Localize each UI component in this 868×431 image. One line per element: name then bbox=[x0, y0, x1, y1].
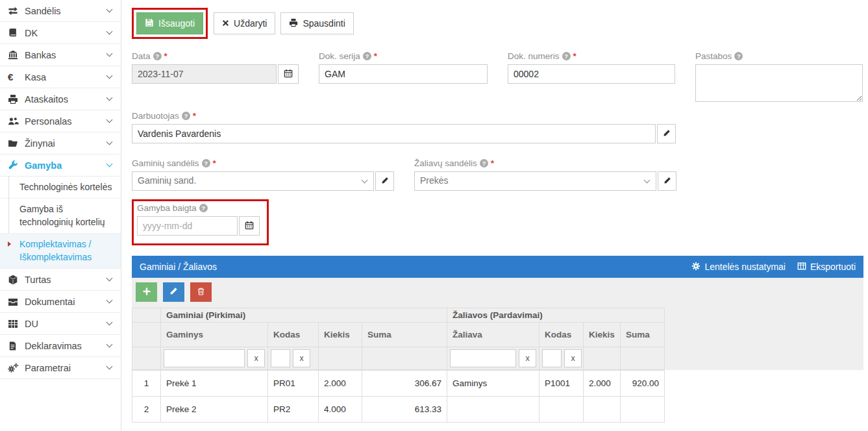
sidebar-subitem-komplektavimas[interactable]: Komplektavimas / Iškomplektavimas bbox=[0, 234, 121, 268]
clear-filter-button[interactable]: x bbox=[247, 349, 265, 367]
sidebar-item-gamyba[interactable]: Gamyba bbox=[0, 154, 121, 177]
pastabos-textarea[interactable] bbox=[695, 64, 863, 102]
sidebar-item-bankas[interactable]: Bankas bbox=[0, 44, 121, 66]
print-icon bbox=[8, 94, 25, 105]
print-button[interactable]: Spausdinti bbox=[280, 12, 353, 34]
calendar-icon bbox=[245, 221, 254, 232]
sidebar-item-label: Žinynai bbox=[25, 138, 55, 149]
field-pastabos-label: Pastabos ? bbox=[695, 51, 863, 61]
sidebar-item-label: Kasa bbox=[25, 72, 46, 82]
euro-icon: € bbox=[8, 71, 25, 82]
clear-filter-button[interactable]: x bbox=[293, 349, 310, 367]
edit-row-button[interactable] bbox=[163, 282, 184, 302]
label-text: Gaminių sandėlis bbox=[132, 158, 199, 168]
sidebar-item-label: Sandėlis bbox=[25, 6, 61, 16]
cell-suma: 613.33 bbox=[362, 397, 447, 423]
help-icon: ? bbox=[734, 52, 743, 60]
panel-title: Gaminiai / Žaliavos bbox=[140, 262, 217, 272]
sidebar-item-ataskaitos[interactable]: Ataskaitos bbox=[0, 88, 121, 110]
chevron-down-icon bbox=[106, 297, 113, 304]
app-window: Sandėlis DK Bankas € Kasa Ata bbox=[0, 0, 868, 431]
sidebar-item-deklaravimas[interactable]: Deklaravimas bbox=[0, 335, 121, 357]
calendar-button[interactable] bbox=[278, 64, 299, 84]
table-settings-link[interactable]: Lentelės nustatymai bbox=[691, 262, 786, 273]
pencil-icon bbox=[663, 177, 671, 186]
darbuotojas-input[interactable] bbox=[132, 124, 656, 143]
required-mark: * bbox=[193, 111, 196, 121]
sidebar-item-turtas[interactable]: Turtas bbox=[0, 269, 121, 291]
sidebar-item-dokumentai[interactable]: Dokumentai bbox=[0, 291, 121, 313]
spacer-row bbox=[132, 423, 665, 431]
field-gaminiu-sandelis-label: Gaminių sandėlis ? * bbox=[132, 158, 394, 168]
field-zaliavu-sandelis-label: Žaliavų sandėlis ? * bbox=[414, 158, 676, 168]
folder-open-icon bbox=[8, 138, 25, 149]
gamyba-baigta-input[interactable] bbox=[137, 216, 238, 236]
chevron-down-icon bbox=[106, 275, 113, 282]
cell-kodas: PR2 bbox=[268, 397, 319, 423]
gaminiu-sandelis-select[interactable]: Gaminių sand. bbox=[132, 171, 374, 191]
required-mark: * bbox=[374, 51, 377, 61]
sidebar-item-label: Parametrai bbox=[25, 363, 71, 373]
grid-header-table: Gaminiai (Pirkimai) Žaliavos (Pardavimai… bbox=[132, 308, 665, 370]
sidebar-item-sandelis[interactable]: Sandėlis bbox=[0, 0, 121, 22]
cell-zaliava bbox=[447, 397, 539, 423]
sidebar: Sandėlis DK Bankas € Kasa Ata bbox=[0, 0, 121, 431]
row-number: 1 bbox=[132, 371, 161, 397]
cell-kodas: PR01 bbox=[268, 371, 319, 397]
sidebar-item-personalas[interactable]: Personalas bbox=[0, 110, 121, 132]
edit-darbuotojas-button[interactable] bbox=[657, 124, 676, 143]
edit-zaliavu-sandelis-button[interactable] bbox=[658, 171, 676, 191]
dok-serija-input[interactable] bbox=[319, 64, 488, 84]
edit-gaminiu-sandelis-button[interactable] bbox=[375, 171, 394, 191]
sidebar-item-parametrai[interactable]: Parametrai bbox=[0, 357, 121, 379]
sidebar-item-du[interactable]: DU bbox=[0, 313, 121, 335]
gears-icon bbox=[8, 363, 25, 373]
table-row[interactable]: 1 Prekė 1 PR01 2.000 306.67 Gaminys P100… bbox=[132, 371, 665, 397]
label-text: Dok. numeris bbox=[508, 51, 560, 61]
exchange-icon bbox=[8, 6, 25, 16]
help-icon: ? bbox=[199, 204, 208, 212]
dok-numeris-input[interactable] bbox=[508, 64, 675, 84]
sidebar-item-dk[interactable]: DK bbox=[0, 22, 121, 44]
form-row-4: Gamyba baigta ? bbox=[132, 199, 863, 245]
pencil-icon bbox=[169, 287, 178, 297]
col-zaliava: Žaliava bbox=[447, 323, 539, 347]
help-icon: ? bbox=[562, 52, 571, 60]
table-icon bbox=[8, 319, 25, 329]
add-row-button[interactable] bbox=[136, 282, 157, 302]
close-button[interactable]: Uždaryti bbox=[214, 12, 275, 34]
save-button[interactable]: Išsaugoti bbox=[136, 12, 203, 34]
clear-filter-button[interactable]: x bbox=[564, 349, 582, 367]
delete-row-button[interactable] bbox=[190, 282, 212, 302]
book-icon bbox=[8, 28, 25, 38]
sidebar-item-kasa[interactable]: € Kasa bbox=[0, 66, 121, 88]
chevron-down-icon bbox=[106, 319, 113, 326]
table-settings-label: Lentelės nustatymai bbox=[704, 262, 786, 272]
annotation-box-save: Išsaugoti bbox=[132, 8, 208, 39]
export-link[interactable]: Eksportuoti bbox=[797, 262, 856, 273]
help-icon: ? bbox=[182, 112, 190, 120]
sidebar-item-zinynai[interactable]: Žinynai bbox=[0, 132, 121, 154]
zaliavu-sandelis-select[interactable]: Prekės bbox=[414, 171, 656, 191]
label-text: Dok. serija bbox=[319, 51, 360, 61]
clear-filter-button[interactable]: x bbox=[519, 349, 536, 367]
filter-gaminys-input[interactable] bbox=[164, 349, 245, 367]
cell-kiekis: 4.000 bbox=[319, 397, 362, 423]
filter-kodas-2-input[interactable] bbox=[542, 349, 562, 367]
save-button-label: Išsaugoti bbox=[158, 18, 195, 29]
calendar-button[interactable] bbox=[239, 216, 260, 236]
filter-zaliava-input[interactable] bbox=[450, 349, 516, 367]
subitem-label: Komplektavimas / Iškomplektavimas bbox=[19, 239, 92, 262]
field-dok-numeris-label: Dok. numeris ? * bbox=[508, 51, 675, 61]
sidebar-subitem-technologines-korteles[interactable]: Technologinės kortelės bbox=[0, 177, 121, 199]
table-row[interactable]: 2 Preke 2 PR2 4.000 613.33 bbox=[132, 397, 665, 423]
trash-icon bbox=[197, 287, 205, 298]
help-icon: ? bbox=[202, 159, 210, 167]
help-icon: ? bbox=[480, 159, 488, 167]
filter-kodas-input[interactable] bbox=[271, 349, 290, 367]
sidebar-subitem-gamyba-is-technologiniu-korteliu[interactable]: Gamyba iš technologinių kortelių bbox=[0, 199, 121, 234]
label-text: Darbuotojas bbox=[132, 111, 179, 121]
subitem-label: Gamyba iš technologinių kortelių bbox=[19, 204, 105, 227]
plus-icon bbox=[142, 287, 151, 298]
data-input[interactable] bbox=[132, 64, 277, 84]
